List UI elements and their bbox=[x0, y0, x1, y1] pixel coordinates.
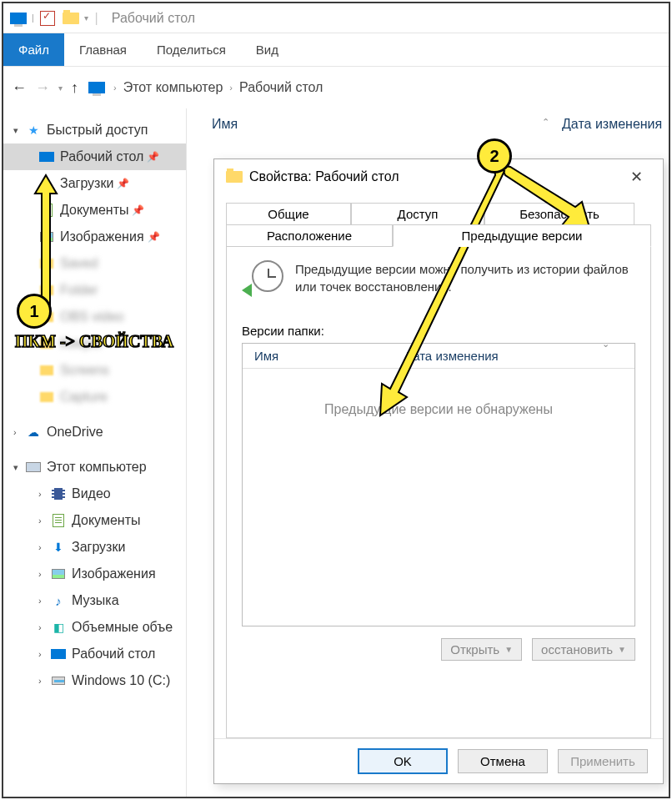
tree-blurred-item[interactable]: Capture bbox=[3, 384, 186, 410]
folder-qat-icon[interactable] bbox=[61, 8, 81, 28]
versions-list[interactable]: Имя Дата изменения ⌄ Предыдущие версии н… bbox=[242, 343, 635, 626]
chevron-right-icon[interactable]: › bbox=[38, 596, 50, 606]
breadcrumb-desktop[interactable]: Рабочий стол bbox=[239, 80, 323, 95]
tree-label: Рабочий стол bbox=[72, 647, 155, 662]
pin-icon: 📌 bbox=[117, 178, 129, 189]
breadcrumb-thispc[interactable]: Этот компьютер bbox=[123, 80, 223, 95]
tree-label: Быстрый доступ bbox=[47, 123, 148, 138]
chevron-down-icon: ▼ bbox=[618, 645, 626, 654]
properties-dialog: Свойства: Рабочий стол ✕ Общие Доступ Бе… bbox=[213, 158, 664, 784]
nav-up-icon[interactable]: ↑ bbox=[71, 79, 78, 97]
tree-3dobjects[interactable]: › ◧ Объемные объе bbox=[3, 614, 186, 641]
ribbon-tab-share[interactable]: Поделиться bbox=[142, 33, 241, 66]
chevron-right-icon[interactable]: › bbox=[13, 427, 25, 437]
ribbon-tab-view[interactable]: Вид bbox=[241, 33, 293, 66]
pin-icon: 📌 bbox=[132, 204, 144, 216]
versions-col-date[interactable]: Дата изменения ⌄ bbox=[393, 344, 634, 368]
tree-blurred-item[interactable]: Screens bbox=[3, 357, 186, 384]
tree-blurred-item[interactable]: Folder bbox=[3, 277, 186, 304]
tree-pictures[interactable]: Изображения 📌 bbox=[3, 224, 186, 250]
monitor-icon bbox=[8, 8, 28, 28]
qat-sep-icon: | bbox=[32, 13, 34, 23]
pin-icon: 📌 bbox=[147, 151, 159, 163]
tree-downloads[interactable]: ⬇ Загрузки 📌 bbox=[3, 170, 186, 197]
pc-icon bbox=[25, 460, 42, 474]
download-icon: ⬇ bbox=[38, 177, 55, 190]
apply-button[interactable]: Применить bbox=[558, 749, 648, 773]
chevron-right-icon[interactable]: › bbox=[38, 676, 50, 686]
desktop-icon bbox=[50, 647, 67, 661]
tree-music[interactable]: › ♪ Музыка bbox=[3, 587, 186, 614]
tree-downloads2[interactable]: › ⬇ Загрузки bbox=[3, 534, 186, 561]
chevron-down-icon[interactable]: ▾ bbox=[13, 462, 25, 473]
pictures-icon bbox=[38, 230, 55, 244]
tree-desktop2[interactable]: › Рабочий стол bbox=[3, 641, 186, 667]
tab-content: Предыдущие версии можно получить из исто… bbox=[226, 246, 651, 738]
tab-security[interactable]: Безопасность bbox=[484, 203, 634, 224]
tree-label: Объемные объе bbox=[72, 620, 173, 635]
versions-col-name[interactable]: Имя bbox=[243, 344, 393, 368]
document-icon bbox=[38, 204, 55, 217]
chevron-right-icon[interactable]: › bbox=[38, 649, 50, 659]
tree-blurred-item[interactable]: Keeper bbox=[3, 330, 186, 357]
nav-back-icon[interactable]: ← bbox=[12, 79, 27, 97]
chevron-right-icon[interactable]: › bbox=[38, 569, 50, 579]
tree-onedrive[interactable]: › ☁ OneDrive bbox=[3, 419, 186, 445]
tab-general[interactable]: Общие bbox=[226, 203, 351, 224]
chevron-right-icon[interactable]: › bbox=[38, 516, 50, 526]
restore-button[interactable]: осстановить▼ bbox=[532, 638, 635, 661]
drive-icon bbox=[50, 674, 67, 687]
tree-cdrive[interactable]: › Windows 10 (C:) bbox=[3, 667, 186, 694]
versions-empty-text: Предыдущие версии не обнаружены bbox=[243, 402, 634, 417]
breadcrumb: › Этот компьютер › Рабочий стол bbox=[87, 78, 660, 98]
tree-videos[interactable]: › Видео bbox=[3, 481, 186, 507]
tree-blurred-item[interactable]: OBS video bbox=[3, 304, 186, 330]
tab-sharing[interactable]: Доступ bbox=[351, 203, 484, 224]
versions-label: Версии папки: bbox=[242, 324, 635, 338]
ok-button[interactable]: OK bbox=[358, 748, 448, 774]
tree-quick-access[interactable]: ▾ ★ Быстрый доступ bbox=[3, 117, 186, 143]
window-title: Рабочий стол bbox=[112, 11, 195, 26]
chevron-right-icon[interactable]: › bbox=[229, 83, 233, 93]
divider: | bbox=[95, 11, 98, 26]
music-icon: ♪ bbox=[50, 594, 67, 607]
column-date[interactable]: Дата изменения bbox=[562, 117, 662, 132]
tab-location[interactable]: Расположение bbox=[226, 224, 393, 247]
tree-label: Документы bbox=[60, 203, 128, 218]
tree-blurred-item[interactable]: Saved bbox=[3, 250, 186, 277]
tree-pictures2[interactable]: › Изображения bbox=[3, 561, 186, 587]
tree-desktop[interactable]: Рабочий стол 📌 bbox=[3, 143, 186, 170]
chevron-right-icon[interactable]: › bbox=[38, 489, 50, 499]
tab-previous-versions[interactable]: Предыдущие версии bbox=[393, 224, 651, 247]
folder-icon bbox=[226, 171, 243, 183]
nav-forward-icon[interactable]: → bbox=[35, 79, 50, 97]
qat-dropdown-icon[interactable]: ▾ bbox=[84, 13, 88, 23]
chevron-right-icon[interactable]: › bbox=[38, 622, 50, 632]
dialog-titlebar: Свойства: Рабочий стол ✕ bbox=[214, 159, 663, 194]
open-button[interactable]: Открыть▼ bbox=[441, 638, 522, 661]
nav-history-dropdown-icon[interactable]: ▾ bbox=[58, 83, 63, 93]
tree-thispc[interactable]: ▾ Этот компьютер bbox=[3, 454, 186, 481]
ribbon-tab-file[interactable]: Файл bbox=[3, 33, 64, 66]
chevron-right-icon[interactable]: › bbox=[113, 83, 117, 93]
ribbon-tab-home[interactable]: Главная bbox=[64, 33, 142, 66]
close-button[interactable]: ✕ bbox=[622, 164, 651, 189]
tree-documents2[interactable]: › Документы bbox=[3, 507, 186, 534]
tab-description: Предыдущие версии можно получить из исто… bbox=[295, 260, 635, 299]
cancel-button[interactable]: Отмена bbox=[458, 749, 548, 773]
column-headers: Имя ⌃ Дата изменения bbox=[187, 108, 669, 140]
chevron-down-icon[interactable]: ▾ bbox=[13, 125, 25, 136]
properties-qat-icon[interactable] bbox=[38, 8, 58, 28]
sort-indicator-icon: ⌄ bbox=[602, 339, 609, 350]
tree-documents[interactable]: Документы 📌 bbox=[3, 197, 186, 224]
nav-tree: ▾ ★ Быстрый доступ Рабочий стол 📌 ⬇ Загр… bbox=[3, 108, 187, 797]
tree-label: Загрузки bbox=[72, 540, 125, 555]
sort-indicator-icon: ⌃ bbox=[529, 117, 562, 132]
tree-label: Загрузки bbox=[60, 176, 113, 191]
video-icon bbox=[50, 487, 67, 501]
download-icon: ⬇ bbox=[50, 541, 67, 554]
document-icon bbox=[50, 514, 67, 527]
column-name[interactable]: Имя bbox=[212, 117, 529, 132]
chevron-right-icon[interactable]: › bbox=[38, 542, 50, 552]
star-icon: ★ bbox=[25, 123, 42, 137]
